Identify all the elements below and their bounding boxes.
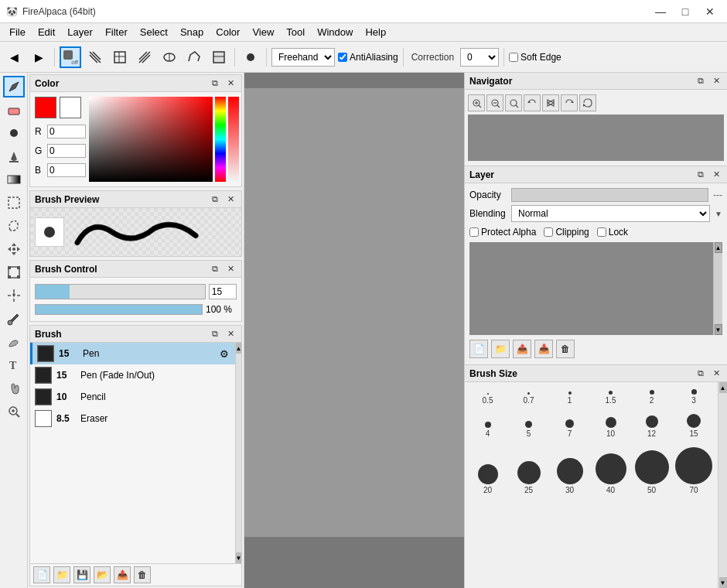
brush-size-cell-15[interactable]: 15 xyxy=(673,410,715,442)
tool-eraser[interactable] xyxy=(3,99,25,121)
menu-tool[interactable]: Tool xyxy=(280,25,311,39)
brush-preview-float[interactable]: ⧉ xyxy=(209,193,221,206)
tool-move[interactable] xyxy=(3,238,25,260)
collapse-left-btn[interactable]: ◀ xyxy=(3,46,25,68)
brush-size-cell-1[interactable]: 1 xyxy=(550,385,589,409)
color-r-input[interactable] xyxy=(47,125,86,138)
tool-dot[interactable] xyxy=(3,122,25,144)
brush-type-select[interactable]: Freehand Line Curve xyxy=(271,48,335,67)
clipping-label[interactable]: Clipping xyxy=(544,227,589,238)
minimize-button[interactable]: — xyxy=(650,4,671,19)
lock-label[interactable]: Lock xyxy=(597,227,628,238)
tool-select-rect[interactable] xyxy=(3,192,25,214)
brush-size-cell-10[interactable]: 10 xyxy=(591,410,630,442)
menu-edit[interactable]: Edit xyxy=(32,25,61,39)
brush-item-eraser[interactable]: 8.5 Eraser xyxy=(30,408,235,429)
clipping-checkbox[interactable] xyxy=(544,227,553,237)
tool-text[interactable]: T xyxy=(3,354,25,376)
tool-blend[interactable] xyxy=(3,331,25,353)
canvas-area[interactable] xyxy=(244,73,464,588)
brush-list-float[interactable]: ⧉ xyxy=(209,328,221,340)
opacity-slider[interactable] xyxy=(511,188,708,202)
foreground-color[interactable] xyxy=(35,97,56,118)
brush-size-cell-70[interactable]: 70 xyxy=(673,443,715,498)
brush-size-cell-30[interactable]: 30 xyxy=(550,443,589,498)
color-picker-gradient[interactable] xyxy=(89,97,213,182)
protect-alpha-label[interactable]: Protect Alpha xyxy=(469,227,536,238)
brush-mode-grid[interactable] xyxy=(109,46,131,68)
layer-new-btn[interactable]: 📄 xyxy=(469,340,488,358)
brush-size-cell-50[interactable]: 50 xyxy=(632,443,671,498)
color-panel-float[interactable]: ⧉ xyxy=(209,77,221,90)
brush-size-cell-1.5[interactable]: 1.5 xyxy=(591,385,630,409)
brush-size-cell-25[interactable]: 25 xyxy=(509,443,548,498)
tool-eyedropper[interactable] xyxy=(3,308,25,330)
bs-scroll-up[interactable]: ▲ xyxy=(719,382,727,393)
soft-edge-checkbox[interactable] xyxy=(509,53,518,62)
tool-hand[interactable] xyxy=(3,378,25,399)
brush-settings-pen[interactable]: ⚙ xyxy=(218,347,230,360)
tool-transform[interactable] xyxy=(3,262,25,283)
color-panel-close[interactable]: ✕ xyxy=(224,77,237,90)
brush-mode-poly[interactable] xyxy=(183,46,205,68)
lock-checkbox[interactable] xyxy=(597,227,606,237)
brush-size-input[interactable] xyxy=(209,284,237,299)
brush-mode-diagonal[interactable] xyxy=(134,46,155,68)
menu-file[interactable]: File xyxy=(3,25,32,39)
layer-duplicate-btn[interactable]: 📤 xyxy=(513,340,531,358)
brush-size-cell-7[interactable]: 7 xyxy=(550,410,589,442)
brush-scroll-up[interactable]: ▲ xyxy=(236,343,242,354)
bs-scroll-down[interactable]: ▼ xyxy=(719,577,727,588)
menu-filter[interactable]: Filter xyxy=(99,25,134,39)
brush-size-cell-12[interactable]: 12 xyxy=(632,410,671,442)
new-brush-btn[interactable]: 📄 xyxy=(33,566,50,583)
delete-brush-btn[interactable]: 🗑 xyxy=(134,566,151,583)
brush-item-pencil[interactable]: 10 Pencil xyxy=(30,386,235,408)
brush-size-cell-0.5[interactable]: 0.5 xyxy=(468,385,507,409)
blending-select[interactable]: Normal Multiply Screen xyxy=(511,205,710,222)
nav-zoom-in[interactable] xyxy=(468,94,485,111)
protect-alpha-checkbox[interactable] xyxy=(469,227,479,237)
navigator-preview[interactable] xyxy=(468,115,724,161)
open-brush-btn[interactable]: 📁 xyxy=(53,566,70,583)
layer-delete-btn[interactable]: 🗑 xyxy=(556,340,575,358)
brush-scroll-down[interactable]: ▼ xyxy=(236,552,242,563)
brush-preview-close[interactable]: ✕ xyxy=(224,193,237,206)
antialiasing-checkbox[interactable] xyxy=(338,53,347,62)
brush-size-cell-20[interactable]: 20 xyxy=(468,443,507,498)
maximize-button[interactable]: □ xyxy=(674,4,696,19)
nav-reset[interactable] xyxy=(579,94,596,111)
menu-color[interactable]: Color xyxy=(210,25,246,39)
brush-dot-btn[interactable] xyxy=(240,46,261,68)
layer-folder-btn[interactable]: 📁 xyxy=(491,340,510,358)
navigator-float[interactable]: ⧉ xyxy=(695,75,707,87)
tool-pen[interactable] xyxy=(3,76,25,97)
menu-window[interactable]: Window xyxy=(311,25,359,39)
brush-mode-fill[interactable] xyxy=(208,46,230,68)
brush-list-close[interactable]: ✕ xyxy=(224,328,237,340)
nav-flip[interactable] xyxy=(542,94,559,111)
alpha-slider[interactable] xyxy=(228,97,239,182)
hue-slider[interactable] xyxy=(215,97,226,182)
nav-zoom-out[interactable] xyxy=(486,94,503,111)
nav-rotate-cw[interactable] xyxy=(561,94,578,111)
color-g-input[interactable] xyxy=(47,144,86,158)
brush-size-float[interactable]: ⧉ xyxy=(695,368,707,380)
export-brush-btn[interactable]: 📤 xyxy=(114,566,131,583)
color-b-input[interactable] xyxy=(47,163,86,177)
tool-select-lasso[interactable] xyxy=(3,215,25,237)
nav-rotate-ccw[interactable] xyxy=(524,94,541,111)
brush-item-pen-fade[interactable]: 15 Pen (Fade In/Out) xyxy=(30,364,235,386)
save-brush-btn[interactable]: 💾 xyxy=(73,566,90,583)
brush-opacity-bar[interactable] xyxy=(35,304,203,315)
tool-gradient[interactable] xyxy=(3,169,25,190)
expand-right-btn[interactable]: ▶ xyxy=(28,46,49,68)
tool-zoom[interactable] xyxy=(3,401,25,422)
brush-size-cell-2[interactable]: 2 xyxy=(632,385,671,409)
brush-size-cell-0.7[interactable]: 0.7 xyxy=(509,385,548,409)
navigator-close[interactable]: ✕ xyxy=(710,75,722,87)
menu-layer[interactable]: Layer xyxy=(61,25,99,39)
brush-size-cell-40[interactable]: 40 xyxy=(591,443,630,498)
close-button[interactable]: ✕ xyxy=(699,4,721,19)
brush-size-cell-3[interactable]: 3 xyxy=(673,385,715,409)
